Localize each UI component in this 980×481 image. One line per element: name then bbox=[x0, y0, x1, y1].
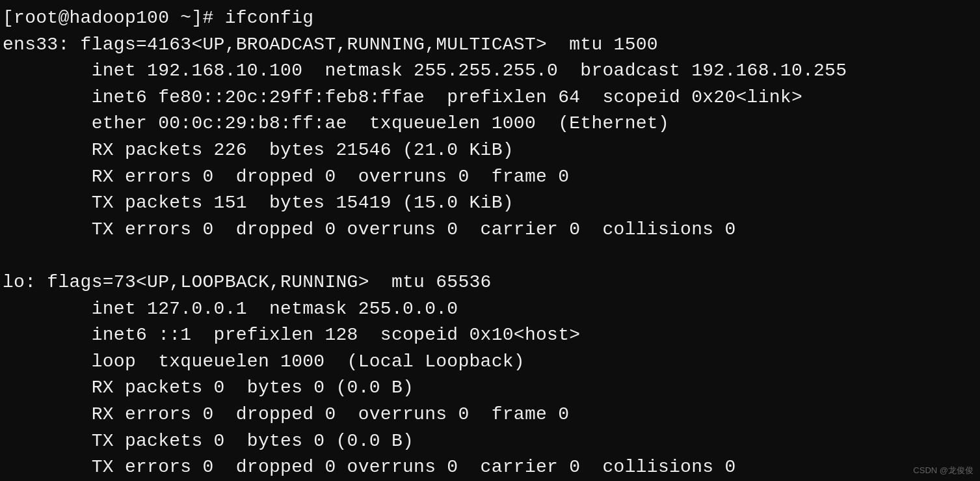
terminal-line: TX packets 151 bytes 15419 (15.0 KiB) bbox=[3, 190, 980, 217]
terminal-line: ether 00:0c:29:b8:ff:ae txqueuelen 1000 … bbox=[3, 111, 980, 137]
terminal-line: [root@hadoop100 ~]# ifconfig bbox=[3, 5, 980, 32]
terminal-line: inet6 ::1 prefixlen 128 scopeid 0x10<hos… bbox=[3, 322, 980, 349]
terminal-line bbox=[3, 243, 980, 269]
terminal-line: RX packets 0 bytes 0 (0.0 B) bbox=[3, 375, 980, 402]
terminal-window: [root@hadoop100 ~]# ifconfigens33: flags… bbox=[0, 0, 980, 481]
terminal-line: RX errors 0 dropped 0 overruns 0 frame 0 bbox=[3, 164, 980, 191]
terminal-line: inet6 fe80::20c:29ff:feb8:ffae prefixlen… bbox=[3, 85, 980, 111]
terminal-line: lo: flags=73<UP,LOOPBACK,RUNNING> mtu 65… bbox=[3, 269, 980, 296]
terminal-line: RX packets 226 bytes 21546 (21.0 KiB) bbox=[3, 137, 980, 164]
terminal-line: loop txqueuelen 1000 (Local Loopback) bbox=[3, 349, 980, 376]
terminal-line: TX errors 0 dropped 0 overruns 0 carrier… bbox=[3, 217, 980, 243]
terminal-output: [root@hadoop100 ~]# ifconfigens33: flags… bbox=[3, 5, 980, 481]
terminal-line: RX errors 0 dropped 0 overruns 0 frame 0 bbox=[3, 402, 980, 428]
terminal-line: inet 127.0.0.1 netmask 255.0.0.0 bbox=[3, 296, 980, 323]
terminal-line: TX packets 0 bytes 0 (0.0 B) bbox=[3, 428, 980, 455]
terminal-line: TX errors 0 dropped 0 overruns 0 carrier… bbox=[3, 454, 980, 481]
terminal-line: ens33: flags=4163<UP,BROADCAST,RUNNING,M… bbox=[3, 32, 980, 59]
terminal-line: inet 192.168.10.100 netmask 255.255.255.… bbox=[3, 58, 980, 85]
watermark: CSDN @龙俊俊 bbox=[913, 465, 973, 477]
